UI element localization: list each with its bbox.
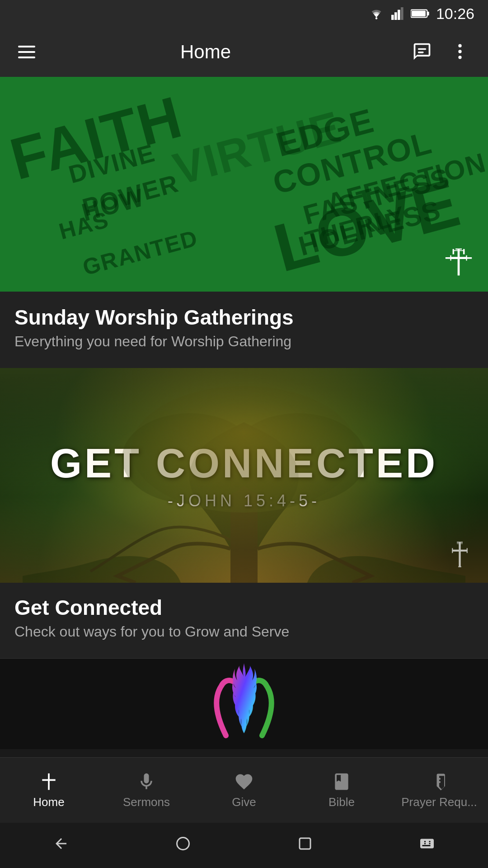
bottom-nav: Home Sermons Give Bible Prayer Requ... xyxy=(0,757,488,823)
flame-logo xyxy=(199,663,289,745)
nav-sermons-label: Sermons xyxy=(123,795,170,809)
svg-rect-8 xyxy=(418,48,426,50)
android-nav-bar xyxy=(0,823,488,868)
app-bar-actions xyxy=(408,37,474,67)
cross-logo-2 xyxy=(445,540,474,569)
nav-bible[interactable]: Bible xyxy=(293,758,390,823)
connected-section-info[interactable]: Get Connected Check out ways for you to … xyxy=(0,583,488,659)
connected-section-title: Get Connected xyxy=(14,595,474,620)
worship-section-title: Sunday Worship Gatherings xyxy=(14,305,474,330)
mic-icon xyxy=(136,772,156,792)
status-time: 10:26 xyxy=(436,5,474,23)
app-bar: Home xyxy=(0,27,488,77)
android-recents-icon xyxy=(297,835,313,852)
heart-icon xyxy=(234,772,254,792)
home-cross-icon xyxy=(39,772,59,792)
prayer-pen-icon xyxy=(429,772,449,792)
connected-banner-bg: GET CONNECTED -JOHN 15:4-5- xyxy=(0,368,488,583)
nav-give-label: Give xyxy=(232,795,256,809)
nav-bible-label: Bible xyxy=(328,795,355,809)
nav-prayer-label: Prayer Requ... xyxy=(401,795,477,809)
status-bar: 10:26 xyxy=(0,0,488,27)
chat-icon xyxy=(412,42,432,61)
android-home-icon xyxy=(175,835,191,852)
connected-banner[interactable]: GET CONNECTED -JOHN 15:4-5- xyxy=(0,368,488,583)
android-keyboard-button[interactable] xyxy=(419,835,435,856)
svg-point-11 xyxy=(458,50,461,53)
android-recents-button[interactable] xyxy=(297,835,313,856)
partial-banner-3[interactable] xyxy=(0,659,488,749)
bible-icon xyxy=(332,772,352,792)
connected-section-subtitle: Check out ways for you to Grow and Serve xyxy=(14,623,474,640)
svg-rect-32 xyxy=(300,838,310,849)
worship-banner[interactable]: FAITH DIVINE POWER HAS GRANTED EDGE CONT… xyxy=(0,77,488,292)
nav-give[interactable]: Give xyxy=(195,758,293,823)
cross-logo-1 xyxy=(443,246,474,278)
messages-button[interactable] xyxy=(408,37,436,67)
svg-point-0 xyxy=(375,17,378,19)
nav-sermons[interactable]: Sermons xyxy=(98,758,195,823)
signal-icon xyxy=(391,7,404,20)
battery-icon xyxy=(411,8,430,19)
nav-home[interactable]: Home xyxy=(0,758,98,823)
worship-section-info[interactable]: Sunday Worship Gatherings Everything you… xyxy=(0,292,488,368)
faith-words-overlay: FAITH DIVINE POWER HAS GRANTED EDGE CONT… xyxy=(0,77,488,292)
svg-rect-7 xyxy=(412,11,426,17)
more-options-button[interactable] xyxy=(446,37,474,67)
svg-rect-2 xyxy=(394,12,397,20)
wifi-icon xyxy=(368,7,385,20)
svg-rect-6 xyxy=(427,12,429,15)
android-home-button[interactable] xyxy=(175,835,191,856)
svg-rect-1 xyxy=(391,15,394,20)
nav-home-label: Home xyxy=(33,795,64,809)
svg-point-12 xyxy=(458,56,461,59)
worship-section-subtitle: Everything you need for Worship Gatherin… xyxy=(14,333,474,350)
svg-rect-4 xyxy=(401,7,404,20)
svg-point-10 xyxy=(458,44,461,47)
svg-point-31 xyxy=(177,837,189,849)
nav-prayer[interactable]: Prayer Requ... xyxy=(390,758,488,823)
app-bar-title: Home xyxy=(4,41,408,63)
android-back-button[interactable] xyxy=(53,835,69,856)
status-icons: 10:26 xyxy=(368,5,474,23)
word-how: HOW xyxy=(79,183,147,227)
svg-rect-9 xyxy=(418,52,424,53)
more-vert-icon xyxy=(450,42,470,61)
svg-rect-3 xyxy=(398,10,400,20)
android-back-icon xyxy=(53,835,69,852)
android-keyboard-icon xyxy=(419,835,435,852)
